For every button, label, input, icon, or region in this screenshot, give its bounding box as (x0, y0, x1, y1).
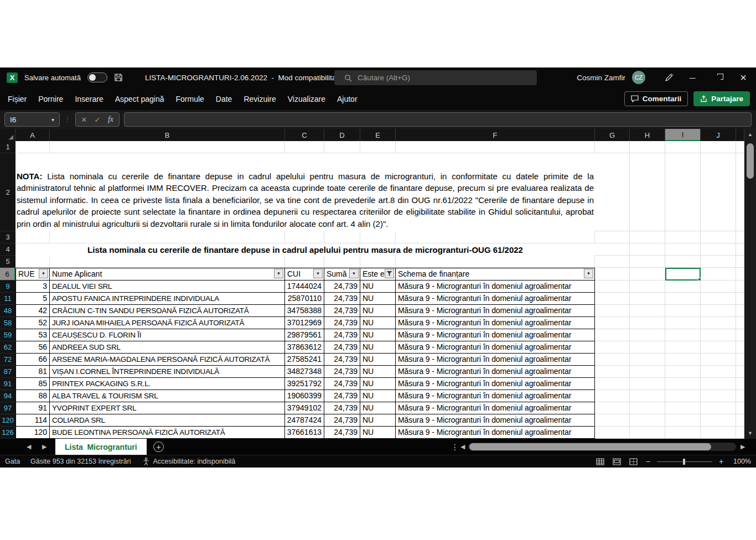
row-header-1[interactable]: 1 (0, 141, 15, 153)
cell-suma[interactable]: 24,739 (324, 329, 360, 341)
empty-cell[interactable] (701, 366, 736, 378)
row-header-5[interactable]: 5 (0, 256, 15, 268)
empty-cell[interactable] (630, 305, 665, 317)
empty-cell[interactable] (665, 293, 701, 305)
cell-este[interactable]: NU (360, 354, 396, 366)
empty-cell[interactable] (595, 341, 630, 354)
active-cell-I6[interactable] (665, 268, 701, 281)
cell-suma[interactable]: 24,739 (324, 341, 360, 354)
empty-cell[interactable] (595, 378, 630, 390)
filter-funnel-icon[interactable] (385, 269, 394, 278)
cell-cui[interactable]: 25870110 (285, 293, 324, 305)
close-button[interactable]: × (731, 68, 756, 87)
empty-cell[interactable] (701, 153, 736, 231)
cell-schema[interactable]: Măsura 9 - Microgranturi în domeniul agr… (396, 402, 595, 414)
empty-cell[interactable] (324, 256, 360, 268)
empty-cell[interactable] (665, 366, 701, 378)
header-cell-Sumă s[interactable]: Sumă s▼ (324, 268, 360, 281)
row-header-48[interactable]: 48 (0, 305, 15, 317)
user-name[interactable]: Cosmin Zamfir (577, 74, 625, 82)
empty-cell[interactable] (736, 141, 744, 153)
cell-rue[interactable]: 85 (15, 378, 50, 390)
empty-cell[interactable] (736, 341, 744, 354)
cell-este[interactable]: NU (360, 329, 396, 341)
column-header-I[interactable]: I (665, 129, 701, 141)
empty-cell[interactable] (630, 281, 665, 293)
cell-schema[interactable]: Măsura 9 - Microgranturi în domeniul agr… (396, 427, 595, 439)
cell-nume[interactable]: DEALUL VIEI SRL (50, 281, 285, 293)
empty-cell[interactable] (701, 243, 736, 256)
cell-cui[interactable]: 17444024 (285, 281, 324, 293)
empty-cell[interactable] (736, 390, 744, 402)
filter-dropdown-icon[interactable]: ▼ (584, 269, 593, 278)
empty-cell[interactable] (736, 329, 744, 341)
filter-dropdown-icon[interactable]: ▼ (39, 269, 48, 278)
cell-rue[interactable]: 5 (15, 293, 50, 305)
empty-cell[interactable] (701, 256, 736, 268)
empty-cell[interactable] (595, 402, 630, 414)
empty-cell[interactable] (630, 329, 665, 341)
empty-cell[interactable] (736, 256, 744, 268)
cell-suma[interactable]: 24,739 (324, 354, 360, 366)
column-header-C[interactable]: C (285, 129, 324, 141)
cell-nume[interactable]: APOSTU FANICA INTREPRINDERE INDIVIDUALA (50, 293, 285, 305)
select-all-corner[interactable]: ◢ (0, 129, 15, 141)
empty-cell[interactable] (665, 329, 701, 341)
empty-cell[interactable] (630, 390, 665, 402)
tab-date[interactable]: Date (216, 95, 232, 103)
vertical-scrollbar-thumb[interactable] (747, 143, 754, 179)
horizontal-scrollbar[interactable] (468, 443, 736, 451)
more-options-icon[interactable]: ⋮ (451, 439, 459, 455)
name-box[interactable]: I6 ▾ (4, 112, 60, 127)
empty-cell[interactable] (665, 402, 701, 414)
cell-schema[interactable]: Măsura 9 - Microgranturi în domeniul agr… (396, 366, 595, 378)
empty-cell[interactable] (630, 378, 665, 390)
cell-rue[interactable]: 42 (15, 305, 50, 317)
row-header-4[interactable]: 4 (0, 243, 15, 256)
cell-nume[interactable]: VIȘAN I.CORNEL ÎNTREPRINDERE INDIVIDUALĂ (50, 366, 285, 378)
previous-sheet-icon[interactable]: ◀ (27, 439, 31, 455)
confirm-icon[interactable]: ✓ (91, 116, 103, 124)
empty-cell[interactable] (736, 414, 744, 427)
next-sheet-icon[interactable]: ▶ (42, 439, 46, 455)
page-layout-view-icon[interactable] (608, 455, 625, 468)
empty-cell[interactable] (701, 281, 736, 293)
cell-este[interactable]: NU (360, 281, 396, 293)
empty-cell[interactable] (701, 427, 736, 439)
minimize-button[interactable]: ─ (680, 68, 705, 87)
empty-cell[interactable] (701, 329, 736, 341)
empty-cell[interactable] (50, 141, 285, 153)
zoom-out-icon[interactable]: − (641, 457, 655, 466)
row-header-58[interactable]: 58 (0, 317, 15, 329)
cell-nume[interactable]: CRĂCIUN C-TIN SANDU PERSOANĂ FIZICĂ AUTO… (50, 305, 285, 317)
empty-cell[interactable] (701, 402, 736, 414)
cell-cui[interactable]: 39251792 (285, 378, 324, 390)
empty-cell[interactable] (595, 243, 630, 256)
cell-este[interactable]: NU (360, 390, 396, 402)
header-cell-RUE[interactable]: RUE▼ (15, 268, 50, 281)
cell-nume[interactable]: BUDE LEONTINA PERSOANĂ FIZICĂ AUTORIZATĂ (50, 427, 285, 439)
row-header-94[interactable]: 94 (0, 390, 15, 402)
tab-inserare[interactable]: Inserare (75, 95, 103, 103)
row-header-87[interactable]: 87 (0, 366, 15, 378)
cell-suma[interactable]: 24,739 (324, 366, 360, 378)
empty-cell[interactable] (285, 141, 324, 153)
cell-cui[interactable]: 19060399 (285, 390, 324, 402)
cell-rue[interactable]: 88 (15, 390, 50, 402)
empty-cell[interactable] (595, 256, 630, 268)
cell-schema[interactable]: Măsura 9 - Microgranturi în domeniul agr… (396, 414, 595, 427)
empty-cell[interactable] (701, 317, 736, 329)
horizontal-scrollbar-thumb[interactable] (469, 443, 711, 450)
cell-este[interactable]: NU (360, 293, 396, 305)
cell-nume[interactable]: ARSENE MARIA-MAGDALENA PERSOANĂ FIZICĂ A… (50, 354, 285, 366)
empty-cell[interactable] (630, 231, 665, 243)
cell-schema[interactable]: Măsura 9 - Microgranturi în domeniul agr… (396, 390, 595, 402)
empty-cell[interactable] (736, 293, 744, 305)
empty-cell[interactable] (15, 256, 50, 268)
draw-pen-icon[interactable] (657, 68, 680, 87)
restore-button[interactable] (705, 68, 731, 87)
excel-logo-icon[interactable]: X (7, 72, 18, 83)
column-header-G[interactable]: G (595, 129, 630, 141)
tab-ajutor[interactable]: Ajutor (337, 95, 358, 103)
empty-cell[interactable] (665, 427, 701, 439)
